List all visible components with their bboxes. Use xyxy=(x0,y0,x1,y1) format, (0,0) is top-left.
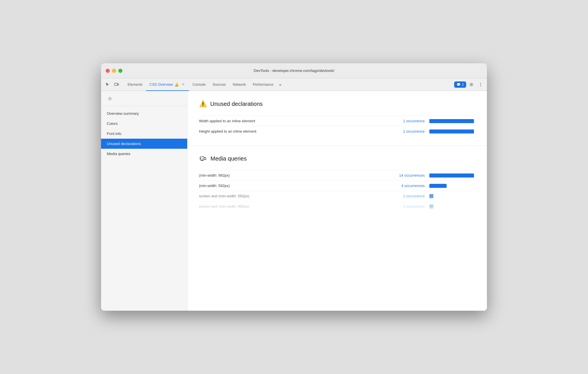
media-queries-title: Media queries xyxy=(210,155,247,162)
more-options-button[interactable] xyxy=(477,81,485,89)
mq-row-3: screen and (min-width: 992px) 1 occurren… xyxy=(199,201,475,211)
tabs-overflow-button[interactable]: » xyxy=(277,78,284,91)
unused-declarations-title: Unused declarations xyxy=(210,101,263,107)
svg-point-2 xyxy=(471,84,472,85)
svg-point-4 xyxy=(480,84,481,85)
media-queries-section: Media queries (min-width: 992px) 14 occu… xyxy=(187,146,487,215)
mq-bar-1 xyxy=(429,184,447,188)
tab-performance[interactable]: Performance xyxy=(249,79,277,91)
sidebar-item-media-queries[interactable]: Media queries xyxy=(101,149,187,159)
tab-css-overview[interactable]: CSS Overview 🔔 ✕ xyxy=(146,79,189,91)
tab-network-label: Network xyxy=(233,83,246,87)
content-area[interactable]: ⚠️ Unused declarations Width applied to … xyxy=(187,91,487,311)
mq-label-3: screen and (min-width: 992px) xyxy=(199,204,387,209)
mq-bar-0 xyxy=(429,173,474,178)
mq-bar-3 xyxy=(429,205,433,209)
mq-row-1: (min-width: 592px) 4 occurrences xyxy=(199,180,475,191)
window-title: DevTools - developer.chrome.com/tags/dev… xyxy=(254,68,334,73)
declaration-height-bar xyxy=(429,129,474,133)
devtools-window: DevTools - developer.chrome.com/tags/dev… xyxy=(101,63,487,311)
mq-row-2: screen and (min-width: 592px) 1 occurren… xyxy=(199,191,475,201)
warning-icon: 🔔 xyxy=(174,83,179,87)
declaration-row-height: Height applied to an inline element 1 oc… xyxy=(199,126,475,136)
tabbar-icons xyxy=(103,78,124,91)
minimize-button[interactable] xyxy=(112,69,116,73)
maximize-button[interactable] xyxy=(118,69,122,73)
mq-bar-container-2 xyxy=(429,194,475,198)
chat-icon: 💬 xyxy=(456,83,461,87)
declaration-width-bar xyxy=(429,119,474,123)
traffic-lights xyxy=(106,69,122,73)
tab-sources-label: Sources xyxy=(213,83,226,87)
sidebar: ⊘ Overview summary Colors Font info Unus… xyxy=(101,91,187,311)
tabbar: Elements CSS Overview 🔔 ✕ Console Source… xyxy=(101,78,487,91)
sidebar-item-overview-summary[interactable]: Overview summary xyxy=(101,108,187,119)
mq-occurrence-0[interactable]: 14 occurrences xyxy=(387,173,425,178)
sidebar-item-font-info[interactable]: Font info xyxy=(101,129,187,139)
mq-bar-container-1 xyxy=(429,184,475,188)
chat-count: 1 xyxy=(462,83,464,87)
mq-bar-container-3 xyxy=(429,205,475,209)
cursor-icon[interactable] xyxy=(103,81,111,89)
sidebar-nav: Overview summary Colors Font info Unused… xyxy=(101,106,187,311)
sidebar-item-unused-declarations[interactable]: Unused declarations xyxy=(101,139,187,149)
tab-performance-label: Performance xyxy=(253,83,274,87)
svg-point-3 xyxy=(480,83,481,83)
tab-elements-label: Elements xyxy=(128,83,143,87)
declaration-height-occurrence[interactable]: 1 occurrence xyxy=(390,129,425,133)
declaration-height-label: Height applied to an inline element xyxy=(199,129,390,133)
unused-declarations-section: ⚠️ Unused declarations Width applied to … xyxy=(187,91,487,146)
mq-label-2: screen and (min-width: 592px) xyxy=(199,194,387,198)
declaration-width-occurrence[interactable]: 1 occurrence xyxy=(390,119,425,123)
mq-row-0: (min-width: 992px) 14 occurrences xyxy=(199,170,475,180)
unused-declarations-header: ⚠️ Unused declarations xyxy=(199,100,475,108)
tab-network[interactable]: Network xyxy=(229,79,249,91)
mq-bar-2 xyxy=(429,194,433,198)
sidebar-item-colors[interactable]: Colors xyxy=(101,119,187,129)
svg-point-5 xyxy=(480,85,481,86)
media-queries-icon xyxy=(199,155,207,162)
chat-button[interactable]: 💬 1 xyxy=(454,81,466,88)
tab-close-icon[interactable]: ✕ xyxy=(181,82,185,87)
warning-triangle-icon: ⚠️ xyxy=(199,100,207,108)
close-button[interactable] xyxy=(106,69,110,73)
mq-bar-container-0 xyxy=(429,173,475,178)
tab-elements[interactable]: Elements xyxy=(124,79,146,91)
mq-label-0: (min-width: 992px) xyxy=(199,173,387,178)
device-icon[interactable] xyxy=(113,81,121,89)
mq-occurrence-2[interactable]: 1 occurrence xyxy=(387,194,425,198)
media-queries-header: Media queries xyxy=(199,155,475,162)
titlebar: DevTools - developer.chrome.com/tags/dev… xyxy=(101,63,487,78)
declaration-width-label: Width applied to an inline element xyxy=(199,119,390,123)
tab-sources[interactable]: Sources xyxy=(209,79,229,91)
svg-rect-1 xyxy=(117,84,119,85)
tab-console-label: Console xyxy=(192,83,206,87)
svg-rect-7 xyxy=(204,158,206,160)
declaration-height-bar-container xyxy=(429,129,475,133)
sidebar-top: ⊘ xyxy=(101,91,187,106)
svg-rect-0 xyxy=(115,83,117,85)
mq-occurrence-3[interactable]: 1 occurrence xyxy=(387,204,425,209)
mq-occurrence-1[interactable]: 4 occurrences xyxy=(387,184,425,188)
tab-css-overview-label: CSS Overview xyxy=(149,83,173,87)
main-area: ⊘ Overview summary Colors Font info Unus… xyxy=(101,91,487,311)
tabbar-right: 💬 1 xyxy=(454,78,485,91)
settings-button[interactable] xyxy=(467,81,475,89)
tab-console[interactable]: Console xyxy=(189,79,209,91)
mq-label-1: (min-width: 592px) xyxy=(199,184,387,188)
block-icon: ⊘ xyxy=(106,94,114,102)
declaration-width-bar-container xyxy=(429,119,475,123)
declaration-row-width: Width applied to an inline element 1 occ… xyxy=(199,116,475,126)
